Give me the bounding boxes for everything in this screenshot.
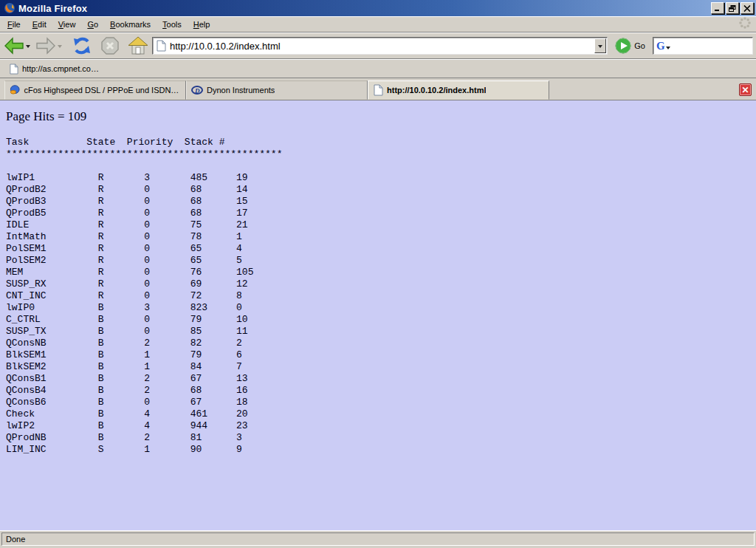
go-label[interactable]: Go	[634, 41, 645, 50]
stop-icon	[100, 35, 120, 56]
close-icon: ✕	[741, 85, 749, 95]
forward-button[interactable]	[35, 35, 57, 57]
menu-bar: File Edit View Go Bookmarks Tools Help	[0, 16, 756, 32]
forward-dropdown[interactable]	[58, 45, 62, 50]
dynon-icon: D	[191, 84, 203, 96]
home-icon	[128, 35, 148, 56]
bookmark-item[interactable]: http://as.cmpnet.co…	[4, 62, 103, 76]
go-button[interactable]	[615, 38, 631, 54]
title-bar: Mozilla Firefox	[0, 0, 756, 16]
restore-icon	[729, 5, 736, 12]
tab-close-button[interactable]: ✕	[739, 83, 752, 96]
minimize-icon	[714, 5, 721, 12]
reload-button[interactable]	[71, 35, 93, 57]
task-table: Task State Priority Stack # ************…	[6, 137, 756, 456]
bookmark-label: http://as.cmpnet.co…	[22, 64, 99, 73]
menu-tools[interactable]: Tools	[157, 18, 188, 31]
forward-icon	[35, 35, 56, 56]
menu-go[interactable]: Go	[81, 18, 104, 31]
tab-bar: cFos Highspeed DSL / PPPoE und ISDN CAP……	[0, 78, 756, 100]
back-dropdown[interactable]	[26, 45, 30, 50]
stop-button[interactable]	[99, 35, 121, 57]
url-text[interactable]: http://10.0.10.2/index.html	[170, 41, 594, 52]
firefox-window: Mozilla Firefox File Edit View Go Bookma…	[0, 0, 756, 548]
search-box[interactable]: G	[653, 37, 753, 55]
search-engine-dropdown[interactable]	[666, 47, 670, 52]
window-title: Mozilla Firefox	[18, 3, 711, 14]
bookmarks-toolbar: http://as.cmpnet.co…	[0, 59, 756, 78]
menu-help[interactable]: Help	[188, 18, 216, 31]
menu-bookmarks[interactable]: Bookmarks	[104, 18, 157, 31]
tab-index-active[interactable]: http://10.0.10.2/index.html	[368, 81, 549, 100]
home-button[interactable]	[127, 35, 149, 57]
tab-label: Dynon Instruments	[207, 86, 275, 95]
go-icon	[615, 38, 631, 54]
chevron-down-icon	[598, 45, 602, 50]
page-content: Page Hits = 109 Task State Priority Stac…	[0, 100, 756, 530]
page-icon	[9, 64, 18, 75]
navigation-toolbar: http://10.0.10.2/index.html Go G	[0, 32, 756, 59]
reload-icon	[72, 35, 92, 56]
svg-text:D: D	[194, 87, 200, 95]
close-button[interactable]	[740, 2, 754, 14]
page-icon	[373, 84, 383, 96]
menu-edit[interactable]: Edit	[27, 18, 52, 31]
back-icon	[4, 35, 24, 56]
tab-cfos[interactable]: cFos Highspeed DSL / PPPoE und ISDN CAP…	[4, 81, 186, 100]
status-field: Done	[1, 532, 755, 546]
firefox-logo-icon	[4, 2, 16, 14]
minimize-button[interactable]	[711, 2, 724, 14]
url-bar[interactable]: http://10.0.10.2/index.html	[152, 37, 608, 55]
tab-label: http://10.0.10.2/index.html	[387, 86, 486, 95]
google-icon[interactable]: G	[656, 41, 665, 52]
cfos-icon	[10, 84, 20, 96]
back-button[interactable]	[3, 35, 25, 57]
window-controls	[711, 2, 754, 14]
url-dropdown-button[interactable]	[594, 38, 606, 53]
restore-button[interactable]	[726, 2, 739, 14]
close-icon	[743, 5, 751, 12]
status-bar: Done	[0, 530, 756, 548]
status-text: Done	[6, 535, 25, 544]
menu-file[interactable]: File	[1, 18, 27, 31]
menu-view[interactable]: View	[52, 18, 82, 31]
page-icon	[156, 40, 166, 52]
page-hits-text: Page Hits = 109	[6, 109, 756, 124]
tab-dynon[interactable]: D Dynon Instruments	[186, 81, 368, 100]
tab-label: cFos Highspeed DSL / PPPoE und ISDN CAP…	[24, 86, 181, 95]
throbber-icon	[738, 16, 752, 32]
